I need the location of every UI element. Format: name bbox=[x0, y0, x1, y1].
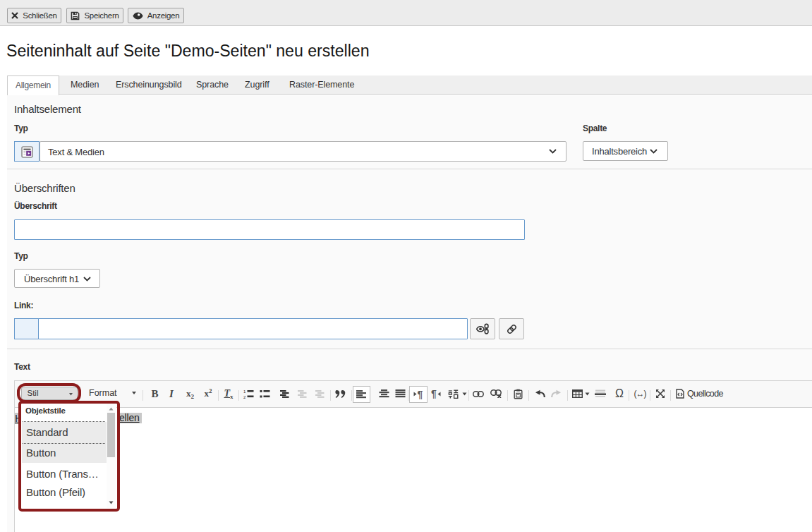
svg-text:2: 2 bbox=[243, 394, 246, 399]
svg-text:1: 1 bbox=[243, 389, 246, 394]
